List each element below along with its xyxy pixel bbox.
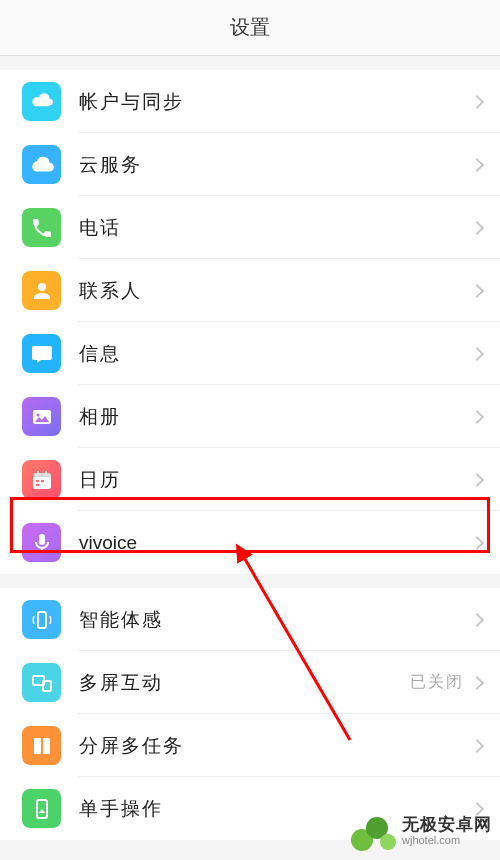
settings-section: 智能体感多屏互动已关闭分屏多任务单手操作 (0, 588, 500, 840)
svg-rect-7 (41, 480, 44, 482)
person-icon (22, 271, 61, 310)
hand-icon (22, 789, 61, 828)
settings-row-multiscreen[interactable]: 多屏互动已关闭 (0, 651, 500, 714)
split-icon (22, 726, 61, 765)
row-label: 相册 (79, 404, 472, 430)
settings-row-calendar[interactable]: 日历 (0, 448, 500, 511)
row-label: 联系人 (79, 278, 472, 304)
settings-row-messages[interactable]: 信息 (0, 322, 500, 385)
chevron-right-icon (470, 535, 484, 549)
chevron-right-icon (470, 220, 484, 234)
device-motion-icon (22, 600, 61, 639)
svg-rect-12 (38, 612, 46, 628)
row-label: 云服务 (79, 152, 472, 178)
row-label: 日历 (79, 467, 472, 493)
chevron-right-icon (470, 94, 484, 108)
chevron-right-icon (470, 675, 484, 689)
settings-row-vivoice[interactable]: vivoice (0, 511, 500, 574)
calendar-icon (22, 460, 61, 499)
svg-point-1 (36, 413, 39, 416)
multiscreen-icon (22, 663, 61, 702)
image-icon (22, 397, 61, 436)
watermark: 无极安卓网 wjhotel.com (350, 808, 492, 854)
row-label: 分屏多任务 (79, 733, 472, 759)
settings-row-cloud[interactable]: 云服务 (0, 133, 500, 196)
svg-rect-3 (33, 473, 51, 477)
page-title: 设置 (230, 14, 270, 41)
row-label: 智能体感 (79, 607, 472, 633)
chevron-right-icon (470, 409, 484, 423)
chevron-right-icon (470, 612, 484, 626)
svg-rect-16 (43, 738, 50, 754)
cloud-sync-icon (22, 82, 61, 121)
chat-icon (22, 334, 61, 373)
watermark-title: 无极安卓网 (402, 816, 492, 835)
svg-rect-4 (37, 471, 39, 475)
row-label: vivoice (79, 532, 472, 554)
chevron-right-icon (470, 157, 484, 171)
header: 设置 (0, 0, 500, 56)
chevron-right-icon (470, 283, 484, 297)
settings-row-gallery[interactable]: 相册 (0, 385, 500, 448)
svg-point-21 (380, 834, 396, 850)
row-label: 多屏互动 (79, 670, 410, 696)
row-label: 电话 (79, 215, 472, 241)
chevron-right-icon (470, 346, 484, 360)
svg-rect-9 (39, 534, 45, 545)
watermark-url: wjhotel.com (402, 834, 492, 846)
settings-row-splitscreen[interactable]: 分屏多任务 (0, 714, 500, 777)
svg-rect-15 (34, 738, 41, 754)
row-status: 已关闭 (410, 672, 464, 693)
svg-rect-8 (36, 484, 39, 486)
settings-row-smart-motion[interactable]: 智能体感 (0, 588, 500, 651)
watermark-logo-icon (350, 808, 396, 854)
mic-icon (22, 523, 61, 562)
settings-row-phone[interactable]: 电话 (0, 196, 500, 259)
settings-row-account-sync[interactable]: 帐户与同步 (0, 70, 500, 133)
settings-row-contacts[interactable]: 联系人 (0, 259, 500, 322)
cloud-icon (22, 145, 61, 184)
svg-rect-6 (36, 480, 39, 482)
row-label: 信息 (79, 341, 472, 367)
phone-icon (22, 208, 61, 247)
chevron-right-icon (470, 738, 484, 752)
row-label: 帐户与同步 (79, 89, 472, 115)
settings-section: 帐户与同步云服务电话联系人信息相册日历vivoice (0, 70, 500, 574)
chevron-right-icon (470, 472, 484, 486)
svg-rect-5 (45, 471, 47, 475)
